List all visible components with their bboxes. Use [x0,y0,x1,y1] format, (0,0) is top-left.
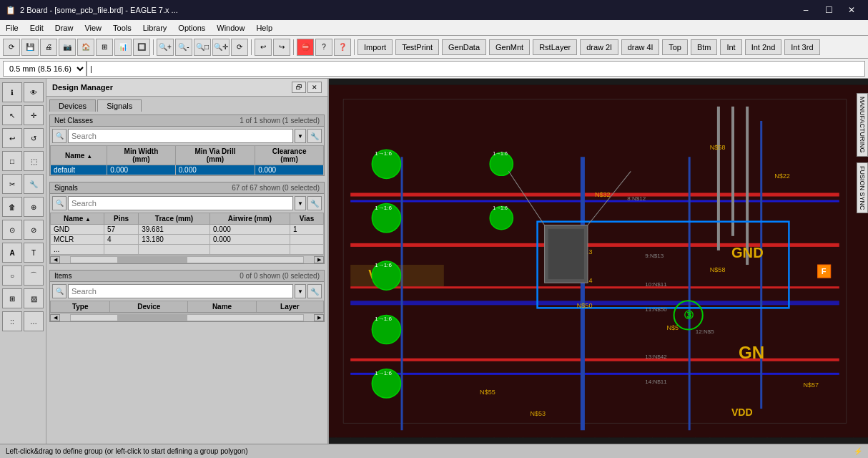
item-col-type[interactable]: Type [51,301,110,313]
pcb-canvas[interactable]: VDD VDD GND GN N$32 8:N$12 N$13 9:N$13 N… [329,79,868,444]
tool-more[interactable]: … [24,311,44,331]
tab-signals[interactable]: Signals [97,99,142,112]
items-search-icon-btn[interactable]: 🔍 [52,284,66,298]
toolbar-info[interactable]: ? [315,39,332,56]
table-row[interactable]: ... [51,245,324,255]
col-min-width[interactable]: Min Width(mm) [107,146,176,165]
menu-view[interactable]: View [79,20,107,36]
toolbar-top[interactable]: Top [662,39,688,55]
toolbar-zoom-out[interactable]: 🔍- [175,39,192,56]
menu-draw[interactable]: Draw [49,20,79,36]
sig-col-airwire[interactable]: Airwire (mm) [209,213,290,225]
item-col-device[interactable]: Device [110,301,188,313]
tool-move[interactable]: ✛ [24,105,44,125]
tool-info[interactable]: ℹ [2,82,22,102]
tool-delete[interactable]: 🗑 [2,197,22,217]
close-button[interactable]: ✕ [841,3,862,17]
toolbar-btm[interactable]: Btm [691,39,718,55]
tab-devices[interactable]: Devices [49,99,96,112]
minimize-button[interactable]: – [795,3,817,17]
sort-name[interactable]: ▲ [87,153,92,160]
col-name[interactable]: Name ▲ [51,146,107,165]
toolbar-stop[interactable]: ⛔ [297,39,314,56]
tool-rotate[interactable]: ↺ [24,128,44,148]
item-col-name[interactable]: Name [188,301,257,313]
menu-file[interactable]: File [0,20,24,36]
manufacturing-tab[interactable]: MANUFACTURING [857,93,868,157]
hscroll-track[interactable] [70,256,304,263]
col-clearance[interactable]: Clearance(mm) [255,146,324,165]
tool-drc-circle[interactable]: ⊘ [24,220,44,240]
tool-via[interactable]: ⊙ [2,220,22,240]
toolbar-refresh[interactable]: ⟳ [3,39,20,56]
items-settings[interactable]: 🔧 [307,284,322,298]
tool-dots[interactable]: :: [2,311,22,331]
signals-hscroll[interactable]: ◀ ▶ [50,255,324,263]
coordinate-input[interactable] [87,61,865,77]
col-min-via-drill[interactable]: Min Via Drill(mm) [175,146,255,165]
tool-text[interactable]: T [24,243,44,263]
table-row[interactable]: MCLR 4 13.180 0.000 [51,235,324,245]
tool-label-a[interactable]: A [2,243,22,263]
design-manager-restore[interactable]: 🗗 [292,82,306,93]
menu-library[interactable]: Library [137,20,173,36]
toolbar-draw2l[interactable]: draw 2l [580,39,618,55]
table-row[interactable]: GND 57 39.681 0.000 1 [51,225,324,235]
tool-grid-small[interactable]: ⊞ [2,288,22,308]
menu-tools[interactable]: Tools [107,20,137,36]
toolbar-home[interactable]: 🏠 [77,39,94,56]
tool-cut[interactable]: ✂ [2,174,22,194]
hscroll-thumb[interactable] [117,257,187,263]
size-select[interactable]: 0.5 mm (8.5 16.6) [3,61,87,77]
tool-fill[interactable]: ▨ [24,288,44,308]
menu-help[interactable]: Help [250,20,278,36]
toolbar-rect[interactable]: 🔲 [133,39,150,56]
toolbar-gendata[interactable]: GenData [442,39,486,55]
table-row[interactable]: default 0.000 0.000 0.000 [51,165,324,175]
signals-dropdown[interactable]: ▼ [295,196,306,210]
tool-group[interactable]: □ [2,151,22,171]
sig-col-trace[interactable]: Trace (mm) [139,213,210,225]
toolbar-rstlayer[interactable]: RstLayer [533,39,577,55]
net-classes-search-icon-btn[interactable]: 🔍 [52,129,66,143]
tool-undo[interactable]: ↩ [2,128,22,148]
toolbar-testprint[interactable]: TestPrint [395,39,439,55]
sort-sig-name[interactable]: ▲ [85,216,91,223]
items-hscroll-track[interactable] [70,314,304,321]
toolbar-genmnt[interactable]: GenMnt [489,39,530,55]
tool-circle[interactable]: ○ [2,265,22,286]
toolbar-import[interactable]: Import [357,39,393,55]
hscroll-right[interactable]: ▶ [314,256,324,263]
signals-settings[interactable]: 🔧 [307,196,322,210]
items-hscroll-thumb[interactable] [117,315,187,321]
toolbar-int[interactable]: Int [720,39,741,55]
item-col-layer[interactable]: Layer [256,301,323,313]
toolbar-drc[interactable]: 📊 [114,39,132,56]
hscroll-left[interactable]: ◀ [50,256,60,263]
toolbar-int2nd[interactable]: Int 2nd [745,39,782,55]
signals-search-input[interactable] [68,196,293,210]
menu-edit[interactable]: Edit [24,20,49,36]
toolbar-int3rd[interactable]: Int 3rd [784,39,819,55]
net-classes-dropdown[interactable]: ▼ [295,129,306,143]
toolbar-print[interactable]: 🖨 [40,39,57,56]
tool-select[interactable]: ↖ [2,105,22,125]
tool-view[interactable]: 👁 [24,82,44,102]
toolbar-redo[interactable]: ↪ [273,39,290,56]
tool-arc[interactable]: ⌒ [24,265,44,286]
toolbar-save[interactable]: 💾 [21,39,39,56]
toolbar-zoom-refresh[interactable]: ⟳ [231,39,248,56]
menu-window[interactable]: Window [211,20,250,36]
sig-col-vias[interactable]: Vias [290,213,323,225]
toolbar-zoom-select[interactable]: 🔍✛ [212,39,230,56]
toolbar-grid[interactable]: ⊞ [96,39,113,56]
toolbar-undo[interactable]: ↩ [255,39,272,56]
sig-col-pins[interactable]: Pins [104,213,139,225]
toolbar-draw4l[interactable]: draw 4l [621,39,659,55]
tool-add[interactable]: ⊕ [24,197,44,217]
items-dropdown[interactable]: ▼ [295,284,306,298]
items-hscroll-right[interactable]: ▶ [314,314,324,321]
toolbar-zoom-fit[interactable]: 🔍□ [194,39,211,56]
items-search-input[interactable] [68,284,293,298]
tool-polygon[interactable]: ⬚ [24,151,44,171]
